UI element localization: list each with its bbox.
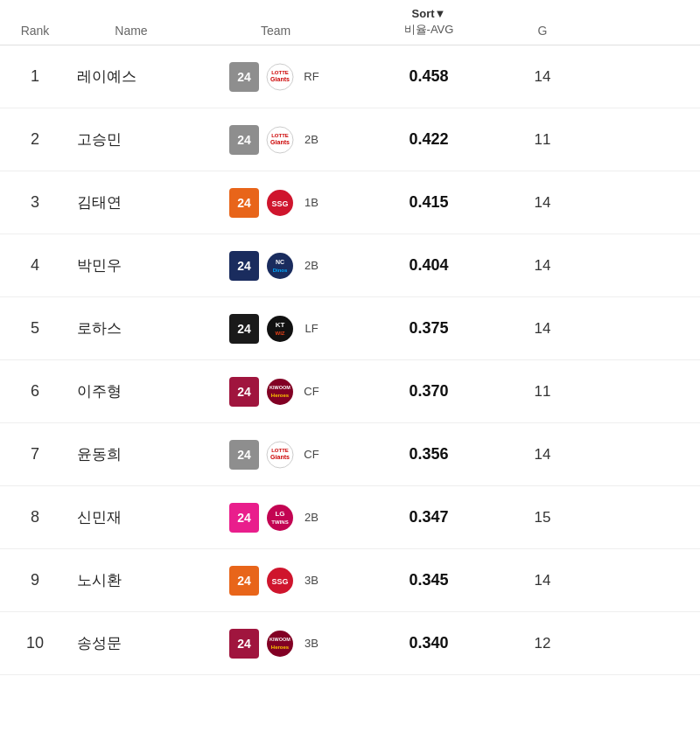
col-avg-header[interactable]: Sort▼ 비율-AVG	[359, 7, 499, 41]
name-cell: 로하스	[70, 318, 192, 338]
position: 3B	[301, 574, 322, 587]
svg-text:NC: NC	[276, 259, 284, 265]
name-cell: 노시환	[70, 570, 192, 590]
g-value: 12	[535, 635, 551, 652]
g-value: 11	[535, 383, 551, 401]
svg-text:KT: KT	[276, 321, 285, 329]
table-row: 7 윤동희 24 LOTTE Giants CF 0.356 14	[0, 423, 700, 486]
table-row: 2 고승민 24 LOTTE Giants 2B 0.422 11	[0, 108, 700, 171]
avg-cell: 0.356	[359, 445, 499, 464]
name-cell: 김태연	[70, 192, 192, 213]
avg-cell: 0.375	[359, 319, 499, 338]
svg-point-14	[267, 379, 293, 405]
rank-cell: 6	[0, 382, 70, 401]
svg-text:Giants: Giants	[270, 454, 290, 460]
table-row: 9 노시환 24 SSG 3B 0.345 14	[0, 549, 700, 612]
avg-value: 0.458	[409, 67, 448, 86]
jersey-number: 24	[229, 62, 259, 92]
rank-value: 6	[31, 382, 39, 401]
name-cell: 신민재	[70, 507, 192, 527]
avg-cell: 0.370	[359, 382, 499, 401]
team-cell: 24 NC Dinos 2B	[192, 250, 359, 282]
g-cell: 14	[499, 68, 586, 86]
table-row: 6 이주형 24 KIWOOM Heroes CF 0.370 11	[0, 360, 700, 423]
player-name: 박민우	[77, 255, 122, 275]
jersey-number: 24	[229, 188, 259, 218]
player-name: 신민재	[77, 507, 122, 527]
rank-cell: 8	[0, 508, 70, 526]
team-cell: 24 SSG 1B	[192, 187, 359, 219]
rank-cell: 10	[0, 634, 70, 652]
table-row: 10 송성문 24 KIWOOM Heroes 3B 0.340 12	[0, 612, 700, 675]
team-cell: 24 SSG 3B	[192, 565, 359, 596]
position: RF	[301, 70, 322, 83]
rank-value: 5	[31, 319, 39, 338]
g-value: 14	[535, 68, 551, 86]
rank-cell: 4	[0, 256, 70, 275]
svg-text:Dinos: Dinos	[273, 268, 288, 273]
avg-sub-label: 비율-AVG	[404, 22, 454, 38]
position: 2B	[301, 259, 322, 272]
avg-cell: 0.422	[359, 130, 499, 149]
rank-value: 7	[31, 445, 39, 464]
position: 2B	[301, 511, 322, 524]
team-logo: KT WIZ	[264, 313, 296, 345]
rank-value: 9	[31, 571, 39, 589]
player-name: 김태연	[77, 192, 122, 213]
player-name: 고승민	[77, 129, 122, 150]
team-logo: LOTTE Giants	[264, 124, 296, 156]
team-cell: 24 KIWOOM Heroes 3B	[192, 628, 359, 659]
col-name-header: Name	[70, 24, 192, 41]
avg-value: 0.345	[409, 571, 448, 589]
rank-cell: 3	[0, 193, 70, 212]
rank-value: 3	[31, 193, 39, 212]
table-row: 4 박민우 24 NC Dinos 2B 0.404 14	[0, 234, 700, 297]
col-team-header: Team	[192, 24, 359, 41]
g-cell: 12	[499, 635, 586, 652]
table-header: Rank Name Team Sort▼ 비율-AVG G	[0, 0, 700, 45]
avg-cell: 0.347	[359, 508, 499, 526]
g-cell: 14	[499, 446, 586, 464]
avg-value: 0.370	[409, 382, 448, 401]
avg-cell: 0.415	[359, 193, 499, 212]
g-cell: 15	[499, 509, 586, 526]
avg-cell: 0.458	[359, 67, 499, 86]
rank-cell: 9	[0, 571, 70, 589]
svg-text:LOTTE: LOTTE	[271, 133, 289, 138]
rank-value: 4	[31, 256, 39, 275]
name-cell: 이주형	[70, 381, 192, 401]
team-cell: 24 LOTTE Giants CF	[192, 439, 359, 471]
jersey-number: 24	[229, 629, 259, 659]
rank-cell: 7	[0, 445, 70, 464]
g-cell: 14	[499, 320, 586, 338]
position: 2B	[301, 133, 322, 146]
team-logo: LOTTE Giants	[264, 439, 296, 471]
team-logo: SSG	[264, 565, 296, 596]
table-row: 3 김태연 24 SSG 1B 0.415 14	[0, 171, 700, 234]
stats-table: Rank Name Team Sort▼ 비율-AVG G 1 레이예스 24 …	[0, 0, 700, 675]
team-logo: LG TWINS	[264, 502, 296, 533]
table-row: 5 로하스 24 KT WIZ LF 0.375 14	[0, 297, 700, 360]
avg-value: 0.415	[409, 193, 448, 212]
g-value: 14	[535, 572, 551, 589]
position: CF	[301, 385, 322, 398]
svg-point-25	[267, 631, 293, 657]
svg-text:LOTTE: LOTTE	[271, 70, 289, 75]
name-cell: 박민우	[70, 255, 192, 275]
table-row: 1 레이예스 24 LOTTE Giants RF 0.458 14	[0, 45, 700, 108]
team-logo: SSG	[264, 187, 296, 219]
col-g-header: G	[499, 24, 586, 41]
player-name: 윤동희	[77, 444, 122, 464]
player-name: 레이예스	[77, 66, 136, 87]
name-cell: 고승민	[70, 129, 192, 150]
table-row: 8 신민재 24 LG TWINS 2B 0.347 15	[0, 486, 700, 549]
sort-indicator[interactable]: Sort▼	[412, 7, 446, 20]
svg-text:LOTTE: LOTTE	[271, 448, 289, 453]
g-value: 14	[535, 194, 551, 212]
rank-value: 1	[31, 67, 39, 86]
jersey-number: 24	[229, 440, 259, 470]
svg-text:TWINS: TWINS	[271, 519, 288, 525]
team-cell: 24 KT WIZ LF	[192, 313, 359, 345]
svg-text:KIWOOM: KIWOOM	[270, 385, 290, 390]
team-cell: 24 LOTTE Giants 2B	[192, 124, 359, 156]
